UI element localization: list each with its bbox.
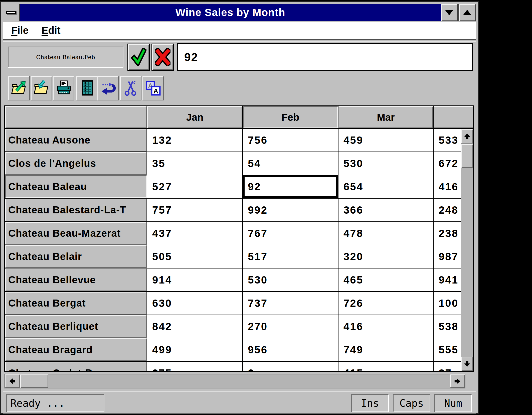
data-cell[interactable]: 35	[147, 152, 242, 175]
data-cell[interactable]: 757	[147, 199, 242, 221]
cell-reference-box: Chateau Baleau:Feb	[8, 47, 123, 68]
open-file-button[interactable]	[8, 76, 30, 100]
row-header[interactable]: Chateau Balestard-La-T	[5, 199, 147, 221]
horizontal-scroll-thumb[interactable]	[20, 374, 48, 388]
data-cell[interactable]: 517	[243, 245, 338, 268]
data-cell[interactable]: 756	[243, 129, 338, 152]
copy-format-icon: A A	[145, 80, 161, 96]
row-header[interactable]: Chateau Bellevue	[5, 268, 147, 291]
spreadsheet-view-button[interactable]	[76, 76, 98, 100]
data-cell[interactable]: 726	[338, 292, 433, 315]
row-header[interactable]: Chateau Bragard	[5, 338, 147, 361]
data-cell[interactable]: 478	[338, 222, 433, 245]
row-header[interactable]: Chateau Baleau	[5, 175, 147, 198]
menu-edit[interactable]: Edit	[42, 25, 61, 36]
status-message: Ready ...	[6, 394, 104, 412]
vertical-scrollbar[interactable]	[461, 129, 473, 371]
row-header[interactable]: Clos de l'Angelus	[5, 152, 147, 175]
data-cell[interactable]: 459	[338, 129, 433, 152]
spreadsheet-grid: JanFebMarAprChateau Ausone132756459533Cl…	[5, 106, 474, 372]
check-icon	[131, 48, 146, 66]
data-cell[interactable]: 270	[243, 315, 338, 338]
copy-format-button[interactable]: A A	[142, 76, 164, 100]
data-cell[interactable]: 465	[338, 268, 433, 291]
confirm-entry-button[interactable]	[127, 44, 150, 71]
row-header[interactable]: Chateau Beau-Mazerat	[5, 222, 147, 245]
column-header-feb[interactable]: Feb	[243, 106, 338, 128]
data-cell[interactable]: 415	[338, 362, 433, 372]
scissors-icon	[122, 80, 139, 96]
data-cell[interactable]: 132	[147, 129, 242, 152]
data-cell[interactable]: 320	[338, 245, 433, 268]
data-cell[interactable]: 914	[147, 268, 242, 291]
scroll-down-button[interactable]	[461, 357, 473, 371]
column-header-apr[interactable]: Apr	[434, 106, 474, 128]
data-cell[interactable]: 992	[243, 199, 338, 221]
undo-button[interactable]	[97, 76, 119, 100]
indicator-ins: Ins	[351, 394, 389, 412]
column-header-jan[interactable]: Jan	[147, 106, 242, 128]
data-cell[interactable]: 366	[338, 199, 433, 221]
corner-header-cell	[5, 106, 147, 128]
data-cell[interactable]: 2	[243, 362, 338, 372]
scroll-right-button[interactable]	[450, 374, 465, 388]
toolbar: A A	[3, 73, 476, 105]
column-header-mar[interactable]: Mar	[338, 106, 433, 128]
arrow-left-icon	[9, 377, 16, 385]
arrow-down-icon	[463, 360, 471, 368]
data-cell[interactable]: 737	[243, 292, 338, 315]
row-header[interactable]: Chateau Ausone	[5, 129, 147, 152]
cross-icon	[155, 48, 170, 66]
spreadsheet-area: JanFebMarAprChateau Ausone132756459533Cl…	[4, 105, 474, 372]
column-header-label: Jan	[186, 112, 204, 123]
status-bar: Ready ... InsCapsNum	[3, 391, 476, 413]
data-cell[interactable]: 54	[243, 152, 338, 175]
scroll-left-button[interactable]	[5, 374, 20, 388]
scroll-up-button[interactable]	[461, 129, 473, 144]
system-menu-button[interactable]	[3, 4, 20, 21]
data-cell[interactable]: 530	[338, 152, 433, 175]
formula-bar: Chateau Baleau:Feb 92	[3, 41, 476, 73]
status-indicators: InsCapsNum	[351, 394, 472, 412]
menu-bar: File Edit	[3, 22, 476, 40]
indicator-caps: Caps	[393, 394, 430, 412]
data-cell[interactable]: 499	[147, 338, 242, 361]
system-menu-icon	[6, 11, 16, 14]
data-cell[interactable]: 842	[147, 315, 242, 338]
maximize-button[interactable]	[459, 4, 475, 21]
print-icon	[55, 80, 72, 96]
minimize-icon	[445, 10, 453, 15]
data-cell[interactable]: 530	[243, 268, 338, 291]
arrow-up-icon	[463, 132, 471, 140]
data-cell[interactable]: 92	[243, 175, 338, 198]
row-header[interactable]: Chateau Belair	[5, 245, 147, 268]
indicator-num: Num	[434, 394, 472, 412]
data-cell[interactable]: 416	[338, 315, 433, 338]
arrow-right-icon	[454, 377, 461, 385]
data-cell[interactable]: 749	[338, 338, 433, 361]
column-header-label: Apr	[453, 112, 474, 123]
cut-button[interactable]	[120, 76, 141, 100]
menu-file[interactable]: File	[11, 25, 29, 36]
column-header-label: Feb	[281, 112, 299, 123]
save-file-button[interactable]	[31, 76, 52, 100]
horizontal-scrollbar[interactable]	[4, 374, 465, 388]
data-cell[interactable]: 375	[147, 362, 242, 372]
data-cell[interactable]: 437	[147, 222, 242, 245]
open-file-icon	[11, 80, 27, 96]
cancel-entry-button[interactable]	[151, 44, 174, 71]
row-header[interactable]: Chateau Berliquet	[5, 315, 147, 338]
print-button[interactable]	[53, 76, 74, 100]
data-cell[interactable]: 956	[243, 338, 338, 361]
window-title: Wine Sales by Month	[20, 4, 441, 21]
data-cell[interactable]: 505	[147, 245, 242, 268]
vertical-scroll-thumb[interactable]	[461, 144, 473, 168]
row-header[interactable]: Chateau Bergat	[5, 292, 147, 315]
data-cell[interactable]: 630	[147, 292, 242, 315]
data-cell[interactable]: 527	[147, 175, 242, 198]
minimize-button[interactable]	[441, 4, 457, 21]
formula-input[interactable]: 92	[177, 43, 473, 71]
data-cell[interactable]: 654	[338, 175, 433, 198]
data-cell[interactable]: 767	[243, 222, 338, 245]
row-header[interactable]: Chateau Cadet-B	[5, 362, 147, 372]
